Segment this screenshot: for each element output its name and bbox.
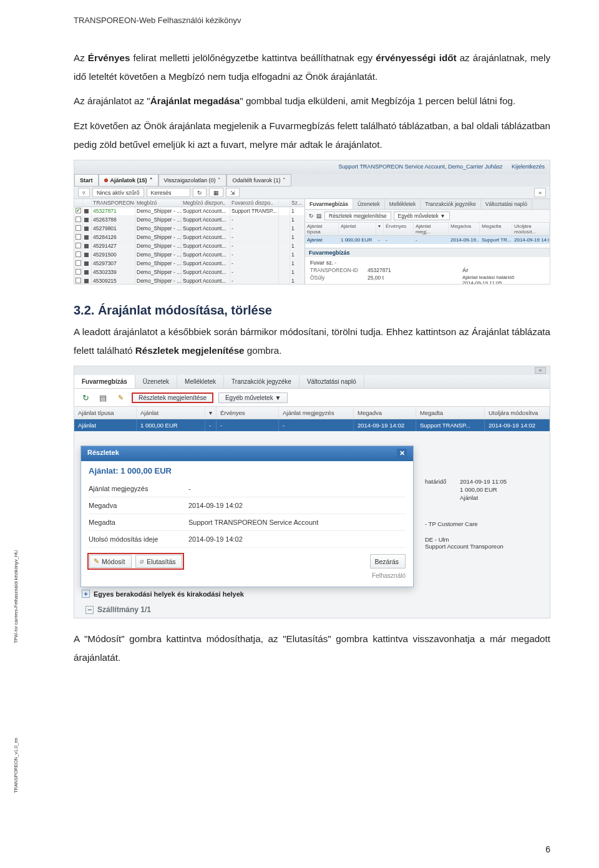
details-button[interactable]: Részletek megjelenítése: [132, 393, 213, 403]
cell-mbd: Support Account...: [182, 242, 230, 250]
status-square-icon: [84, 253, 89, 257]
col-offer[interactable]: Ajánlat: [339, 223, 376, 235]
table-row[interactable]: 45263788Demo_Shipper - ...Support Accoun…: [74, 216, 304, 225]
col-type[interactable]: Ajánlat típusa: [74, 407, 137, 419]
refresh-icon[interactable]: ↻: [309, 213, 314, 219]
table-row[interactable]: 45279801Demo_Shipper - ...Support Accoun…: [74, 225, 304, 233]
close-button[interactable]: Bezárás: [370, 554, 406, 568]
tab-messages[interactable]: Üzenetek: [353, 199, 385, 209]
status-square-icon: [84, 235, 89, 240]
table-row[interactable]: 45297307Demo_Shipper - ...Support Accoun…: [74, 260, 304, 268]
tab-transactions[interactable]: Tranzakciók jegyzéke: [224, 375, 300, 388]
checkbox[interactable]: [75, 278, 81, 283]
table-row[interactable]: 45291500Demo_Shipper - ...Support Accoun…: [74, 251, 304, 260]
modify-button[interactable]: ✎Módosít: [89, 555, 132, 568]
tab-attachments[interactable]: Mellékletek: [177, 375, 224, 388]
shipment-section[interactable]: − Szállítmány 1/1: [85, 605, 151, 614]
tool-icon[interactable]: ▦: [209, 188, 223, 197]
col-given[interactable]: Megadva: [449, 223, 480, 235]
tab-transactions[interactable]: Tranzakciók jegyzéke: [421, 199, 480, 209]
status-square-icon: [84, 209, 89, 213]
checkbox[interactable]: [75, 260, 81, 266]
tab-freight-order[interactable]: Fuvarmegbízás: [74, 375, 135, 388]
col-note[interactable]: Ajánlat megj...: [414, 223, 449, 235]
reject-button[interactable]: ⌀Elutasítás: [135, 555, 182, 568]
col-mb[interactable]: Megbízó: [135, 199, 182, 207]
list-icon[interactable]: ▤: [97, 392, 109, 403]
cell-fd: -: [230, 242, 279, 250]
other-actions-button[interactable]: Egyéb műveletek ▼: [394, 212, 450, 220]
col-lastmod[interactable]: Utoljára módosít...: [512, 223, 550, 235]
col-offer[interactable]: Ajánlat: [137, 407, 205, 419]
main-tabs: Start Ajánlatok (15)˄ Visszaigazolatlan …: [74, 174, 550, 187]
table-row[interactable]: 45291427Demo_Shipper - ...Support Accoun…: [74, 242, 304, 251]
other-actions-button[interactable]: Egyéb műveletek ▼: [218, 393, 288, 403]
col-by[interactable]: Megadta: [416, 407, 485, 419]
col-note[interactable]: Ajánlat megjegyzés: [279, 407, 354, 419]
col-valid[interactable]: Érvényes: [384, 223, 414, 235]
shipment-label: Szállítmány 1/1: [97, 605, 151, 614]
cell-sz: 1: [290, 242, 305, 250]
card-tid-v: 45327871: [368, 267, 461, 273]
tab-attachments[interactable]: Mellékletek: [385, 199, 421, 209]
col-valid[interactable]: Érvényes: [217, 407, 279, 419]
table-row[interactable]: 45302339Demo_Shipper - ...Support Accoun…: [74, 268, 304, 277]
expand-locations[interactable]: ＋ Egyes berakodási helyek és kirakodási …: [82, 590, 244, 598]
tab-messages[interactable]: Üzenetek: [135, 375, 177, 388]
cell-sz: 1: [290, 268, 305, 276]
logout-link[interactable]: Kijelentkezés: [512, 163, 545, 170]
col-given[interactable]: Megadva: [354, 407, 416, 419]
cell-mbd: Support Account...: [182, 268, 230, 276]
tab-assigned[interactable]: Odaítélt fuvarok (1)˄: [226, 174, 291, 187]
s2-toolbar: ↻ ▤ ✎ Részletek megjelenítése Egyéb műve…: [74, 389, 550, 407]
checkbox[interactable]: [75, 251, 81, 257]
right-table-row[interactable]: Ajánlat 1 000,00 EUR - - - 2014-09-19...…: [305, 236, 550, 244]
s2-table-row[interactable]: Ajánlat 1 000,00 EUR - - - 2014-09-19 14…: [74, 419, 550, 431]
col-sz[interactable]: Sz...: [290, 199, 305, 207]
col-mbd[interactable]: Megbízó diszpon..: [182, 199, 230, 207]
cell-id: 45263788: [92, 216, 135, 224]
edit-icon[interactable]: ✎: [114, 392, 127, 403]
col-sort[interactable]: ▾: [205, 407, 217, 419]
tab-freight-order[interactable]: Fuvarmegbízás: [305, 199, 353, 209]
table-row[interactable]: 45284126Demo_Shipper - ...Support Accoun…: [74, 233, 304, 242]
tab-reconfirm[interactable]: Visszaigazolatlan (0)˄: [158, 174, 227, 187]
cell-sz: 1: [290, 225, 305, 233]
refresh-icon[interactable]: ↻: [193, 188, 207, 197]
checkbox[interactable]: [75, 225, 81, 231]
filter-label[interactable]: Nincs aktív szűrő: [92, 188, 144, 197]
right-side-info: határidő2014-09-19 11:05 1 000,00 EUR Aj…: [425, 477, 545, 550]
list-icon[interactable]: ▤: [316, 213, 322, 219]
checkbox[interactable]: [75, 217, 81, 222]
details-button[interactable]: Részletek megjelenítése: [324, 212, 391, 220]
checkbox[interactable]: [75, 269, 81, 275]
col-lastmod[interactable]: Utoljára módosítva: [485, 407, 550, 419]
paragraph-2: Az árajánlatot az "Árajánlat megadása" g…: [74, 92, 550, 110]
expand-icon[interactable]: ⇲: [226, 188, 240, 197]
expand-all-icon[interactable]: »: [534, 188, 546, 197]
tab-assigned-label: Odaítélt fuvarok (1): [232, 177, 280, 183]
checkbox[interactable]: [75, 234, 81, 240]
col-sort[interactable]: ▾: [376, 223, 384, 235]
cell-fd: -: [230, 216, 279, 224]
funnel-icon[interactable]: ▿: [78, 188, 90, 197]
refresh-icon[interactable]: ↻: [79, 392, 92, 403]
reject-label: Elutasítás: [147, 558, 175, 565]
tab-changelog[interactable]: Változtatási napló: [300, 375, 364, 388]
right-toolbar: ↻ ▤ Részletek megjelenítése Egyéb művele…: [305, 210, 550, 223]
col-fd[interactable]: Fuvarozó diszpo..: [230, 199, 279, 207]
tab-start[interactable]: Start: [74, 174, 99, 187]
expand-icon[interactable]: »: [535, 367, 546, 374]
tab-bids[interactable]: Ajánlatok (15)˄: [99, 174, 158, 187]
table-row[interactable]: 45327871Demo_Shipper - ...Support Accoun…: [74, 207, 304, 216]
table-row[interactable]: 45309215Demo_Shipper - ...Support Accoun…: [74, 277, 304, 285]
tab-changelog[interactable]: Változtatási napló: [481, 199, 532, 209]
col-by[interactable]: Megadta: [480, 223, 512, 235]
r-offer: Ajánlat: [460, 494, 545, 501]
search-input[interactable]: Keresés: [147, 188, 190, 197]
col-tid[interactable]: TRANSPOREON-ID: [92, 199, 135, 207]
checkbox[interactable]: [75, 208, 81, 213]
col-type[interactable]: Ajánlat típusa: [305, 223, 339, 235]
checkbox[interactable]: [75, 243, 81, 248]
close-icon[interactable]: ✕: [397, 449, 407, 459]
